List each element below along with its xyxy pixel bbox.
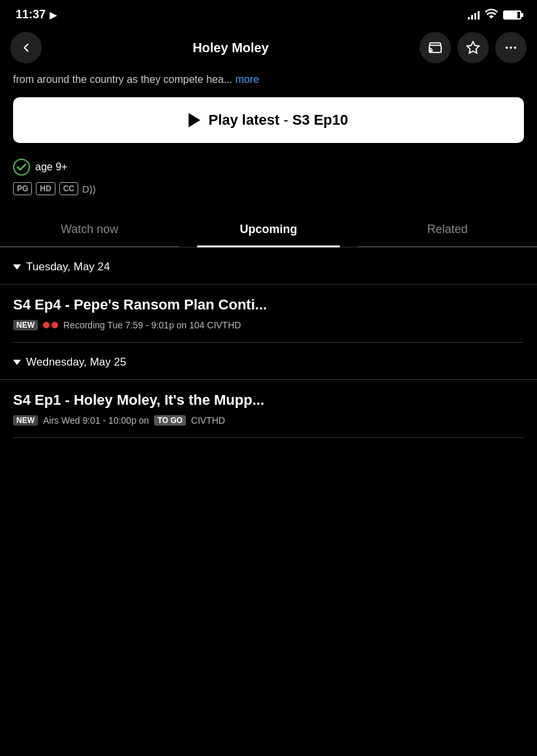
time-display: 11:37 xyxy=(16,8,46,22)
chevron-down-icon-2 xyxy=(13,360,21,365)
svg-point-6 xyxy=(14,159,29,175)
content-tabs: Watch now Upcoming Related xyxy=(0,212,537,247)
tab-watch-now[interactable]: Watch now xyxy=(0,212,179,247)
description-text: from around the country as they compete … xyxy=(13,74,232,85)
top-nav: Holey Moley xyxy=(0,27,537,71)
svg-marker-2 xyxy=(467,42,479,53)
svg-point-5 xyxy=(514,46,517,49)
status-bar: 11:37 ▶ xyxy=(0,0,537,27)
metadata-section: age 9+ PG HD CC D)) xyxy=(0,156,537,206)
record-dot-2 xyxy=(52,322,58,328)
date-label-wednesday: Wednesday, May 25 xyxy=(26,356,126,369)
age-rating: age 9+ xyxy=(13,159,524,176)
play-icon xyxy=(189,113,200,127)
star-icon xyxy=(466,40,480,55)
battery-icon xyxy=(503,10,521,20)
show-description: from around the country as they compete … xyxy=(0,71,537,97)
date-header-wednesday[interactable]: Wednesday, May 25 xyxy=(13,356,524,369)
status-left: 11:37 ▶ xyxy=(16,8,57,22)
wifi-icon xyxy=(485,8,498,22)
cast-icon xyxy=(428,40,442,55)
togo-badge: TO GO xyxy=(154,415,185,426)
episode-channel: CIVTHD xyxy=(191,415,225,426)
age-check-icon xyxy=(13,159,30,176)
play-label: Play latest - S3 Ep10 xyxy=(208,112,348,129)
badge-pg: PG xyxy=(13,182,32,195)
episode-item-s4ep4[interactable]: S4 Ep4 - Pepe's Ransom Plan Conti... NEW… xyxy=(0,284,537,342)
cast-button[interactable] xyxy=(420,32,451,63)
page-title: Holey Moley xyxy=(50,40,412,55)
episode-recording-text: Recording Tue 7:59 - 9:01p on 104 CIVTHD xyxy=(63,320,241,330)
badge-hd: HD xyxy=(36,182,55,195)
svg-point-4 xyxy=(510,46,512,49)
play-button-container: Play latest - S3 Ep10 xyxy=(0,97,537,156)
more-button[interactable] xyxy=(495,32,527,63)
svg-point-3 xyxy=(506,46,508,49)
signal-icon xyxy=(468,10,480,20)
recording-indicator xyxy=(43,322,58,328)
episode-airs-text: Airs Wed 9:01 - 10:00p on xyxy=(43,415,149,426)
episode-title-s4ep4: S4 Ep4 - Pepe's Ransom Plan Conti... xyxy=(13,296,524,313)
chevron-down-icon xyxy=(13,264,21,270)
date-section-tuesday: Tuesday, May 24 xyxy=(0,247,537,274)
tab-upcoming[interactable]: Upcoming xyxy=(179,212,358,247)
favorite-button[interactable] xyxy=(457,32,489,63)
content-badges: PG HD CC D)) xyxy=(13,182,524,195)
badge-audio-description: D)) xyxy=(82,183,96,195)
badge-cc: CC xyxy=(59,182,78,195)
section-divider-2 xyxy=(13,437,524,438)
svg-point-1 xyxy=(429,51,431,53)
back-button[interactable] xyxy=(10,32,42,63)
more-link[interactable]: more xyxy=(236,74,259,85)
episode-item-s4ep1[interactable]: S4 Ep1 - Holey Moley, It's the Mupp... N… xyxy=(0,379,537,437)
upcoming-content: Tuesday, May 24 S4 Ep4 - Pepe's Ransom P… xyxy=(0,247,537,438)
date-section-wednesday: Wednesday, May 25 xyxy=(0,343,537,369)
new-badge: NEW xyxy=(13,320,38,330)
more-icon xyxy=(504,40,518,55)
record-dot-1 xyxy=(43,322,50,328)
episode-meta-s4ep4: NEW Recording Tue 7:59 - 9:01p on 104 CI… xyxy=(13,320,524,330)
back-icon xyxy=(20,42,32,54)
date-label-tuesday: Tuesday, May 24 xyxy=(26,260,110,274)
tab-related[interactable]: Related xyxy=(358,212,537,247)
nav-action-icons xyxy=(420,32,527,63)
play-latest-button[interactable]: Play latest - S3 Ep10 xyxy=(13,97,524,143)
location-icon: ▶ xyxy=(50,10,57,20)
date-header-tuesday[interactable]: Tuesday, May 24 xyxy=(13,260,524,274)
new-badge-2: NEW xyxy=(13,415,38,426)
status-right xyxy=(468,8,521,22)
episode-title-s4ep1: S4 Ep1 - Holey Moley, It's the Mupp... xyxy=(13,392,524,409)
episode-meta-s4ep1: NEW Airs Wed 9:01 - 10:00p on TO GO CIVT… xyxy=(13,415,524,426)
age-rating-text: age 9+ xyxy=(35,161,67,173)
